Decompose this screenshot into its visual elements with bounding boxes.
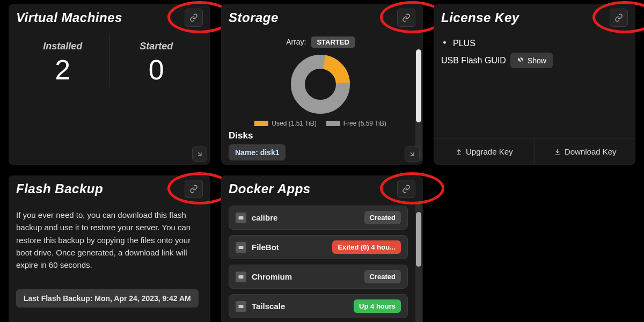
- vm-started-label: Started: [110, 41, 203, 52]
- vm-started-col: Started 0: [109, 34, 203, 86]
- storage-donut-chart: [229, 52, 412, 116]
- last-backup-badge: Last Flash Backup: Mon, Apr 24, 2023, 9:…: [16, 289, 199, 308]
- expand-icon: [408, 150, 416, 158]
- vm-expand-button[interactable]: [192, 147, 207, 162]
- vm-installed-col: Installed 2: [16, 34, 109, 86]
- array-status-row: Array: STARTED: [229, 36, 412, 48]
- storage-card: Storage Array: STARTED Used (1.51 TiB) F…: [221, 4, 423, 165]
- array-label: Array:: [286, 38, 306, 46]
- docker-app-row[interactable]: ChromiumCreated: [229, 265, 408, 289]
- link-icon: [402, 13, 411, 22]
- license-link-button[interactable]: [610, 9, 628, 27]
- upgrade-key-button[interactable]: Upgrade Key: [434, 138, 535, 165]
- key-icon: [441, 39, 449, 48]
- vm-title: Virtual Machines: [16, 10, 122, 25]
- vm-link-button[interactable]: [185, 9, 203, 27]
- app-name: Chromium: [252, 272, 292, 281]
- download-key-button[interactable]: Download Key: [535, 138, 636, 165]
- disk-item[interactable]: Name: disk1: [229, 144, 286, 160]
- guid-label: USB Flash GUID: [441, 56, 506, 65]
- license-card: License Key PLUS USB Flash GUID Show Upg…: [434, 4, 635, 165]
- container-icon: [236, 242, 246, 253]
- link-icon: [614, 13, 623, 22]
- disks-heading: Disks: [229, 130, 412, 141]
- container-icon: [236, 213, 246, 223]
- flash-description: If you ever need to, you can download th…: [16, 209, 203, 271]
- svg-rect-5: [239, 305, 244, 308]
- docker-link-button[interactable]: [397, 180, 415, 198]
- upgrade-icon: [455, 148, 463, 156]
- link-icon: [402, 185, 411, 193]
- flash-backup-card: Flash Backup If you ever need to, you ca…: [9, 175, 210, 322]
- app-status-badge: Up 4 hours: [354, 299, 401, 313]
- app-status-badge: Created: [364, 270, 401, 283]
- eye-off-icon: [517, 56, 524, 65]
- download-icon: [554, 148, 561, 156]
- link-icon: [189, 185, 198, 193]
- expand-icon: [196, 150, 203, 158]
- legend-swatch-used: [254, 121, 268, 126]
- vm-installed-count: 2: [16, 53, 109, 86]
- svg-rect-3: [239, 246, 244, 249]
- vm-installed-label: Installed: [16, 41, 109, 52]
- docker-scrollbar[interactable]: [415, 202, 422, 322]
- storage-link-button[interactable]: [397, 9, 415, 27]
- app-name: Tailscale: [252, 302, 285, 311]
- storage-scrollbar[interactable]: [415, 49, 422, 162]
- container-icon: [236, 272, 246, 282]
- app-status-badge: Exited (0) 4 hou...: [332, 240, 401, 254]
- show-guid-button[interactable]: Show: [510, 53, 553, 68]
- docker-title: Docker Apps: [229, 181, 311, 196]
- license-tier: PLUS: [453, 39, 475, 48]
- array-status-badge: STARTED: [311, 36, 354, 48]
- flash-link-button[interactable]: [185, 180, 203, 198]
- vm-started-count: 0: [110, 53, 203, 86]
- license-title: License Key: [441, 10, 519, 25]
- legend-free: Free (5.59 TiB): [343, 120, 386, 127]
- docker-card: Docker Apps calibreCreatedFileBotExited …: [221, 175, 423, 322]
- svg-rect-2: [239, 216, 244, 219]
- flash-title: Flash Backup: [16, 181, 103, 196]
- app-name: FileBot: [252, 243, 279, 252]
- app-status-badge: Created: [364, 211, 401, 224]
- storage-expand-button[interactable]: [405, 147, 420, 162]
- link-icon: [189, 13, 198, 22]
- docker-app-row[interactable]: calibreCreated: [229, 206, 408, 230]
- storage-legend: Used (1.51 TiB) Free (5.59 TiB): [229, 120, 412, 127]
- docker-app-row[interactable]: TailscaleUp 4 hours: [229, 294, 408, 318]
- container-icon: [236, 301, 246, 312]
- legend-swatch-free: [326, 121, 340, 126]
- docker-app-row[interactable]: FileBotExited (0) 4 hou...: [229, 235, 408, 259]
- svg-rect-4: [239, 275, 244, 279]
- legend-used: Used (1.51 TiB): [272, 120, 316, 127]
- vm-card: Virtual Machines Installed 2 Started 0: [9, 4, 210, 165]
- app-name: calibre: [252, 213, 277, 222]
- storage-title: Storage: [229, 10, 279, 25]
